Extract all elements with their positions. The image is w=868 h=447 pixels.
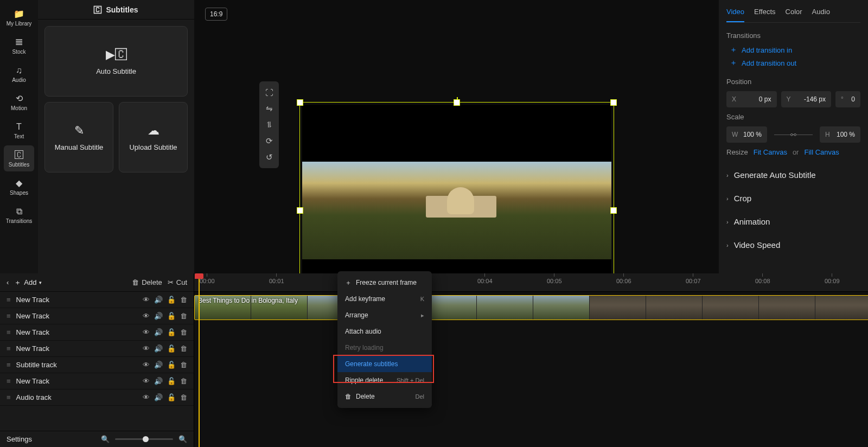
acc-crop[interactable]: ›Crop bbox=[726, 194, 860, 203]
speaker-icon[interactable]: 🔊 bbox=[154, 296, 163, 304]
context-menu-item[interactable]: Add keyframeK bbox=[337, 291, 432, 307]
flip-h-icon[interactable]: ⇋ bbox=[263, 102, 276, 115]
speaker-icon[interactable]: 🔊 bbox=[154, 312, 163, 320]
context-menu-item[interactable]: Arrange▸ bbox=[337, 307, 432, 323]
add-button[interactable]: ＋Add▾ bbox=[14, 278, 42, 288]
trash-icon[interactable]: 🗑 bbox=[180, 328, 187, 336]
pos-y-input[interactable]: Y-146 px bbox=[781, 91, 832, 107]
add-transition-in[interactable]: ＋Add transition in bbox=[730, 45, 860, 55]
track-row[interactable]: ≡New Track👁🔊🔓🗑 bbox=[0, 292, 194, 308]
eye-icon[interactable]: 👁 bbox=[143, 344, 150, 353]
eye-icon[interactable]: 👁 bbox=[143, 377, 150, 385]
trash-icon[interactable]: 🗑 bbox=[180, 312, 187, 320]
sidebar-item-library[interactable]: 📁My Library bbox=[4, 4, 34, 30]
track-row[interactable]: ≡New Track👁🔊🔓🗑 bbox=[0, 341, 194, 357]
flip-v-icon[interactable]: ⥮ bbox=[263, 118, 276, 131]
auto-subtitle-card[interactable]: ▶🄲 Auto Subtitle bbox=[44, 26, 188, 97]
sidebar-item-motion[interactable]: ⟲Motion bbox=[4, 89, 34, 115]
track-row[interactable]: ≡New Track👁🔊🔓🗑 bbox=[0, 373, 194, 389]
lock-icon[interactable]: 🔓 bbox=[167, 393, 176, 401]
lock-icon[interactable]: 🔓 bbox=[167, 328, 176, 336]
lock-icon[interactable]: 🔓 bbox=[167, 377, 176, 385]
tab-effects[interactable]: Effects bbox=[754, 8, 776, 22]
sidebar-item-transitions[interactable]: ⧉Transitions bbox=[4, 202, 34, 228]
track-row[interactable]: ≡New Track👁🔊🔓🗑 bbox=[0, 308, 194, 324]
undo-icon[interactable]: ↺ bbox=[263, 151, 276, 164]
scale-h-input[interactable]: H100 % bbox=[820, 126, 860, 143]
drag-icon[interactable]: ≡ bbox=[7, 361, 11, 369]
track-row[interactable]: ≡Subtitle track👁🔊🔓🗑 bbox=[0, 357, 194, 373]
handle-tl[interactable] bbox=[297, 99, 303, 106]
eye-icon[interactable]: 👁 bbox=[143, 393, 150, 401]
settings-link[interactable]: Settings bbox=[7, 435, 32, 443]
pos-x-input[interactable]: X0 px bbox=[726, 91, 777, 107]
video-clip[interactable]: Best Things to Do in Bologna, Italy bbox=[194, 295, 868, 320]
trash-icon[interactable]: 🗑 bbox=[180, 361, 187, 369]
fit-canvas-link[interactable]: Fit Canvas bbox=[754, 148, 787, 156]
handle-tr[interactable] bbox=[610, 99, 617, 106]
playhead[interactable] bbox=[199, 273, 200, 447]
tab-video[interactable]: Video bbox=[726, 8, 744, 22]
eye-icon[interactable]: 👁 bbox=[143, 328, 150, 336]
scale-link-slider[interactable]: ⚯ bbox=[771, 131, 815, 139]
context-menu-item[interactable]: Generate subtitles bbox=[337, 356, 432, 372]
manual-subtitle-card[interactable]: ✎ Manual Subtitle bbox=[44, 102, 113, 173]
acc-auto-subtitle[interactable]: ›Generate Auto Subtitle bbox=[726, 170, 860, 180]
speaker-icon[interactable]: 🔊 bbox=[154, 377, 163, 385]
speaker-icon[interactable]: 🔊 bbox=[154, 393, 163, 401]
tab-audio[interactable]: Audio bbox=[812, 8, 830, 22]
speaker-icon[interactable]: 🔊 bbox=[154, 344, 163, 353]
fit-icon[interactable]: ⛶ bbox=[263, 86, 276, 99]
timeline-lanes[interactable]: 00:0000:0100:0200:0300:0400:0500:0600:07… bbox=[194, 273, 868, 447]
sidebar-item-text[interactable]: TText bbox=[4, 117, 34, 143]
tab-color[interactable]: Color bbox=[786, 8, 802, 22]
time-ruler[interactable]: 00:0000:0100:0200:0300:0400:0500:0600:07… bbox=[194, 273, 868, 292]
acc-animation[interactable]: ›Animation bbox=[726, 217, 860, 226]
trash-icon[interactable]: 🗑 bbox=[180, 377, 187, 385]
context-menu-item[interactable]: ＋Freeze current frame bbox=[337, 274, 432, 291]
angle-input[interactable]: °0 bbox=[835, 91, 860, 107]
eye-icon[interactable]: 👁 bbox=[143, 361, 150, 369]
drag-icon[interactable]: ≡ bbox=[7, 377, 11, 385]
drag-icon[interactable]: ≡ bbox=[7, 312, 11, 320]
cut-button[interactable]: ✂Cut bbox=[168, 278, 187, 286]
upload-subtitle-card[interactable]: ☁ Upload Subtitle bbox=[119, 102, 188, 173]
rotate-icon[interactable]: ⟳ bbox=[263, 135, 276, 148]
sidebar-item-subtitles[interactable]: 🄲Subtitles bbox=[4, 145, 34, 171]
track-row[interactable]: ≡Audio track👁🔊🔓🗑 bbox=[0, 389, 194, 406]
zoom-out-icon[interactable]: 🔍 bbox=[101, 435, 110, 443]
zoom-in-icon[interactable]: 🔍 bbox=[178, 435, 187, 443]
sidebar-item-audio[interactable]: ♫Audio bbox=[4, 61, 34, 87]
trash-icon[interactable]: 🗑 bbox=[180, 344, 187, 353]
trash-icon[interactable]: 🗑 bbox=[180, 296, 187, 304]
context-menu-item[interactable]: Attach audio bbox=[337, 323, 432, 340]
lock-icon[interactable]: 🔓 bbox=[167, 344, 176, 353]
eye-icon[interactable]: 👁 bbox=[143, 296, 150, 304]
context-menu-item[interactable]: 🗑DeleteDel bbox=[337, 388, 432, 405]
speaker-icon[interactable]: 🔊 bbox=[154, 328, 163, 336]
acc-video-speed[interactable]: ›Video Speed bbox=[726, 240, 860, 250]
speaker-icon[interactable]: 🔊 bbox=[154, 361, 163, 369]
drag-icon[interactable]: ≡ bbox=[7, 344, 11, 353]
context-menu-item[interactable]: Ripple deleteShift + Del bbox=[337, 372, 432, 388]
aspect-ratio-button[interactable]: 16:9 bbox=[205, 8, 227, 21]
lock-icon[interactable]: 🔓 bbox=[167, 361, 176, 369]
timeline-zoom-slider[interactable] bbox=[115, 438, 173, 440]
lock-icon[interactable]: 🔓 bbox=[167, 296, 176, 304]
sidebar-item-shapes[interactable]: ◆Shapes bbox=[4, 174, 34, 200]
sidebar-item-stock[interactable]: 𝌆Stock bbox=[4, 33, 34, 59]
delete-button[interactable]: 🗑Delete bbox=[132, 278, 162, 286]
track-row[interactable]: ≡New Track👁🔊🔓🗑 bbox=[0, 324, 194, 341]
drag-icon[interactable]: ≡ bbox=[7, 393, 11, 401]
context-menu: ＋Freeze current frameAdd keyframeKArrang… bbox=[337, 271, 432, 408]
lock-icon[interactable]: 🔓 bbox=[167, 312, 176, 320]
drag-icon[interactable]: ≡ bbox=[7, 328, 11, 336]
scale-w-input[interactable]: W100 % bbox=[726, 126, 767, 143]
eye-icon[interactable]: 👁 bbox=[143, 312, 150, 320]
handle-tm[interactable] bbox=[454, 99, 460, 106]
back-button[interactable]: ‹ bbox=[7, 278, 9, 286]
trash-icon[interactable]: 🗑 bbox=[180, 393, 187, 401]
fill-canvas-link[interactable]: Fill Canvas bbox=[804, 148, 839, 156]
drag-icon[interactable]: ≡ bbox=[7, 296, 11, 304]
add-transition-out[interactable]: ＋Add transition out bbox=[730, 58, 860, 68]
